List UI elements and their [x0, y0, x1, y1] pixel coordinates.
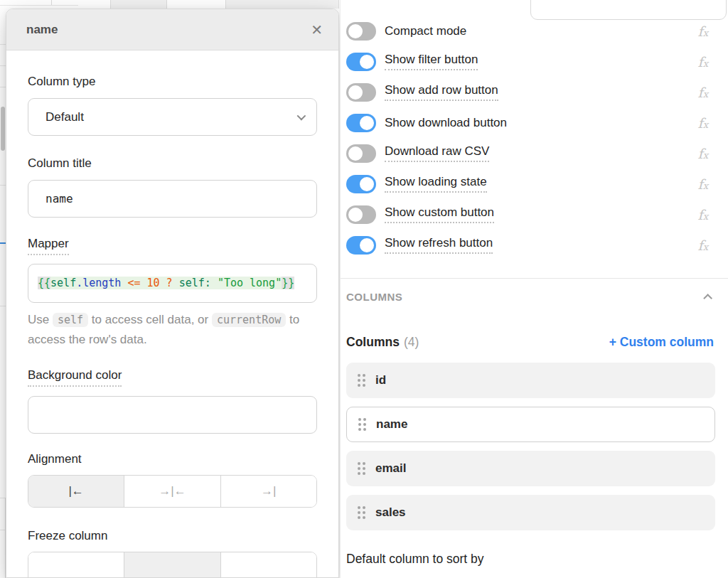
toggle-label: Show custom button [385, 205, 494, 223]
fx-icon[interactable]: fx [698, 54, 708, 70]
drag-handle-icon[interactable] [358, 462, 365, 475]
freeze-column-segmented-control [28, 552, 317, 578]
code-token: self [50, 277, 76, 289]
column-item-sales[interactable]: sales [346, 495, 715, 530]
compact-mode-toggle[interactable] [346, 22, 376, 41]
columns-list-header: Columns (4) + Custom column [341, 304, 728, 350]
toggle-label: Compact mode [385, 24, 466, 38]
popover-header: name ✕ [6, 9, 338, 50]
toggle-row: Show loading state fx [346, 168, 728, 199]
columns-count: (4) [404, 335, 419, 350]
columns-list-label: Columns [346, 335, 400, 350]
column-item-label: email [375, 461, 406, 476]
toggle-row: Show add row button fx [346, 77, 728, 107]
code-token: <= 10 ? [121, 277, 178, 289]
bg-header-cell [225, 0, 339, 9]
alignment-label: Alignment [28, 452, 317, 466]
bg-row-line [0, 87, 6, 87]
align-center-button[interactable]: →|← [124, 476, 220, 507]
drag-handle-icon[interactable] [358, 374, 365, 387]
bg-row-line [0, 5, 78, 6]
show-filter-button-toggle[interactable] [346, 53, 376, 71]
show-refresh-button-toggle[interactable] [346, 236, 376, 255]
drag-handle-icon[interactable] [358, 418, 366, 431]
show-loading-state-toggle[interactable] [346, 175, 376, 193]
align-center-icon: →|← [159, 484, 186, 498]
fx-icon[interactable]: fx [698, 115, 708, 131]
freeze-option-button[interactable] [124, 552, 220, 578]
show-download-button-toggle[interactable] [346, 114, 376, 132]
fx-icon[interactable]: fx [698, 85, 708, 100]
fx-icon[interactable]: fx [698, 207, 708, 223]
toggle-knob [348, 146, 363, 161]
fx-icon[interactable]: fx [698, 237, 708, 253]
help-text: Use [28, 313, 53, 326]
inspector-input-partial[interactable] [530, 0, 727, 20]
inspector-panel: Compact mode fx Show filter button fx Sh… [340, 0, 728, 578]
column-title-value: name [46, 192, 73, 205]
bg-scrollbar[interactable] [1, 107, 5, 151]
fx-icon[interactable]: fx [698, 146, 708, 161]
freeze-option-button[interactable] [28, 552, 124, 578]
toggle-knob [348, 24, 363, 38]
align-right-button[interactable]: →| [220, 476, 316, 507]
code-token: "Too long" [218, 277, 282, 289]
default-sort-column-label: Default column to sort by [341, 539, 728, 567]
mapper-help-text: Use self to access cell data, or current… [28, 310, 317, 350]
column-title-label: Column title [28, 156, 317, 171]
bg-row-line [0, 185, 6, 186]
column-item-label: id [375, 373, 386, 387]
column-settings-popover: name ✕ Column type Default Column title … [6, 9, 339, 578]
background-color-input[interactable] [28, 396, 317, 434]
bg-row-line [0, 65, 6, 66]
column-item-email[interactable]: email [346, 451, 715, 486]
code-close-brace: }} [282, 277, 294, 289]
column-item-id[interactable]: id [346, 363, 715, 398]
toggle-row: Show custom button fx [346, 199, 728, 230]
toggle-knob [360, 238, 374, 252]
code-token: self: [179, 277, 211, 289]
toggle-label: Download raw CSV [385, 144, 489, 162]
alignment-segmented-control: |← →|← →| [28, 475, 317, 508]
column-item-name[interactable]: name [346, 407, 715, 442]
columns-section-header[interactable]: COLUMNS [341, 279, 728, 304]
toggle-label: Show download button [385, 116, 507, 130]
add-custom-column-button[interactable]: + Custom column [609, 335, 714, 350]
background-color-label: Background color [28, 368, 122, 387]
show-add-row-button-toggle[interactable] [346, 83, 376, 102]
freeze-option-button[interactable] [220, 552, 316, 578]
code-token: .length [76, 277, 121, 289]
mapper-code-editor[interactable]: {{self.length <= 10 ? self: "Too long"}} [28, 264, 317, 303]
columns-section-title: COLUMNS [346, 291, 402, 303]
toggle-label: Show filter button [385, 53, 478, 70]
show-custom-button-toggle[interactable] [346, 205, 376, 224]
fx-icon[interactable]: fx [698, 23, 708, 39]
popover-body: Column type Default Column title name Ma… [6, 75, 338, 578]
align-left-button[interactable]: |← [28, 476, 124, 507]
bg-selection-line [0, 242, 6, 244]
fx-icon[interactable]: fx [698, 176, 708, 192]
toggle-knob [360, 177, 374, 191]
app-screen: name ✕ Column type Default Column title … [0, 0, 728, 578]
code-token [211, 277, 218, 289]
toggle-row: Show refresh button fx [346, 230, 728, 260]
code-expression: self.length <= 10 ? self: "Too long" [50, 277, 282, 289]
mapper-label: Mapper [28, 237, 69, 255]
columns-list: id name email sales [341, 350, 728, 530]
column-type-value: Default [46, 110, 84, 124]
align-right-icon: →| [261, 484, 276, 498]
chevron-up-icon[interactable] [703, 294, 712, 303]
toggle-knob [348, 85, 363, 100]
toggle-label: Show loading state [385, 175, 487, 193]
close-icon[interactable]: ✕ [311, 23, 323, 37]
drag-handle-icon[interactable] [358, 506, 365, 519]
column-type-select[interactable]: Default [28, 98, 317, 136]
column-title-input[interactable]: name [28, 180, 317, 218]
download-raw-csv-toggle[interactable] [346, 144, 376, 163]
table-option-toggles: Compact mode fx Show filter button fx Sh… [341, 0, 728, 260]
column-type-label: Column type [28, 75, 317, 89]
toggle-knob [360, 55, 374, 69]
align-left-icon: |← [68, 484, 83, 498]
help-code-chip: self [53, 313, 88, 327]
help-code-chip: currentRow [212, 313, 286, 327]
